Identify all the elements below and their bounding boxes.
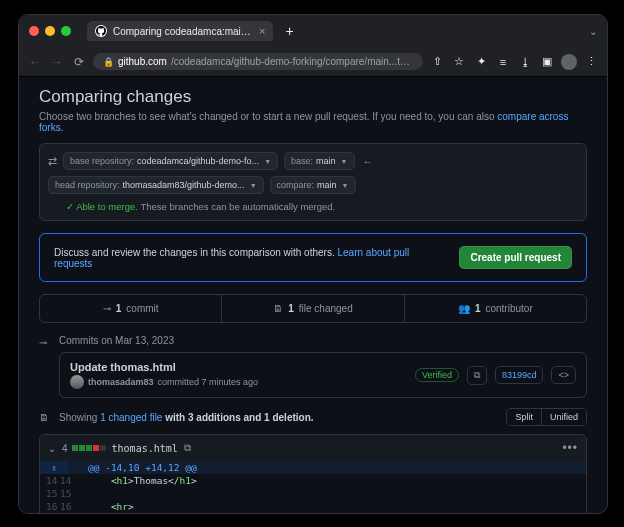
base-repo-select[interactable]: base repository: codeadamca/github-demo-… [63,152,278,170]
commit-sha-link[interactable]: 83199cd [495,366,544,384]
collapse-file-icon[interactable]: ⌄ [48,443,56,454]
window-menu-chevron[interactable]: ⌄ [589,26,597,37]
diff-table: ⇳@@ -14,10 +14,12 @@1414 <h1>Thomas</h1>… [40,461,586,513]
diff-file-header: ⌄ 4 thomas.html ⧉ ••• [40,435,586,461]
author-avatar[interactable] [70,375,84,389]
tab-close-icon[interactable]: × [259,25,265,37]
contributors-count[interactable]: 👥1contributor [404,295,586,322]
browser-toolbar: ← → ⟳ 🔒 github.com /codeadamca/github-de… [19,47,607,77]
page-subtitle: Choose two branches to see what's change… [39,111,587,133]
chevron-down-icon: ▼ [264,158,271,165]
commit-card: Update thomas.html thomasadam83 committe… [59,352,587,398]
chevron-down-icon: ▼ [342,182,349,189]
share-icon[interactable]: ⇧ [429,55,445,68]
people-icon: 👥 [458,303,470,314]
window-minimize[interactable] [45,26,55,36]
chevron-down-icon: ▼ [341,158,348,165]
url-path: /codeadamca/github-demo-forking/compare/… [171,56,413,67]
window-titlebar: Comparing codeadamca:main... × + ⌄ [19,15,607,47]
chevron-down-icon: ▼ [250,182,257,189]
merge-status: Able to merge. These branches can be aut… [66,201,578,212]
browser-tab[interactable]: Comparing codeadamca:main... × [87,21,273,41]
new-tab-button[interactable]: + [281,23,297,39]
diff-stat: 4 [62,443,106,454]
commits-count[interactable]: ⊸1commit [40,295,221,322]
file-menu-icon[interactable]: ••• [562,441,578,455]
split-view-button[interactable]: Split [507,409,541,425]
diff-line: 1515 [40,487,586,500]
star-icon[interactable]: ☆ [451,55,467,68]
compare-branch-select[interactable]: compare: main ▼ [270,176,356,194]
extensions-icon[interactable]: ✦ [473,55,489,68]
diff-file: ⌄ 4 thomas.html ⧉ ••• ⇳@@ -14,10 +14,12 … [39,434,587,513]
diff-line: 1414 <h1>Thomas</h1> [40,474,586,487]
commit-author[interactable]: thomasadam83 [88,377,154,387]
branch-compare-box: ⇄ base repository: codeadamca/github-dem… [39,143,587,221]
browse-code-button[interactable]: <> [551,366,576,384]
reading-list-icon[interactable]: ≡ [495,56,511,68]
file-icon: 🗎 [273,303,283,314]
address-bar[interactable]: 🔒 github.com /codeadamca/github-demo-for… [93,53,423,70]
diff-view-toggle: Split Unified [506,408,587,426]
compare-icon: ⇄ [48,155,57,168]
arrow-left-icon: ← [361,156,375,167]
window-close[interactable] [29,26,39,36]
commit-title[interactable]: Update thomas.html [70,361,407,373]
commit-date-heading: Commits on Mar 13, 2023 [59,335,587,346]
timeline-marker-icon: ⊸ [39,337,51,349]
menu-icon[interactable]: ⋮ [583,55,599,68]
expand-hunk-icon[interactable]: ⇳ [40,461,68,474]
nav-reload-icon[interactable]: ⟳ [71,55,87,69]
lock-icon: 🔒 [103,57,114,67]
nav-back-icon: ← [27,55,43,69]
check-icon: Able to merge. [66,201,138,212]
page-content: Comparing changes Choose two branches to… [19,77,607,513]
downloads-icon[interactable]: ⭳ [517,56,533,68]
panel-icon[interactable]: ▣ [539,55,555,68]
profile-avatar[interactable] [561,54,577,70]
unified-view-button[interactable]: Unified [541,409,586,425]
window-zoom[interactable] [61,26,71,36]
create-pr-banner: Discuss and review the changes in this c… [39,233,587,282]
head-repo-select[interactable]: head repository: thomasadam83/github-dem… [48,176,264,194]
copy-path-icon[interactable]: ⧉ [184,442,191,454]
url-domain: github.com [118,56,167,67]
verified-badge[interactable]: Verified [415,368,459,382]
page-title: Comparing changes [39,87,587,107]
base-branch-select[interactable]: base: main ▼ [284,152,354,170]
browser-tab-title: Comparing codeadamca:main... [113,26,253,37]
changed-files-link[interactable]: 1 changed file [100,412,162,423]
compare-counts: ⊸1commit 🗎1file changed 👥1contributor [39,294,587,323]
create-pull-request-button[interactable]: Create pull request [459,246,572,269]
nav-forward-icon: → [49,55,65,69]
diff-filename[interactable]: thomas.html [112,443,178,454]
hunk-header: @@ -14,10 +14,12 @@ [82,461,586,474]
github-favicon [95,25,107,37]
file-summary-bar: 🗎 Showing 1 changed file with 3 addition… [39,408,587,426]
copy-sha-button[interactable]: ⧉ [467,366,487,385]
files-count[interactable]: 🗎1file changed [221,295,403,322]
commit-time: committed 7 minutes ago [158,377,259,387]
file-diff-icon: 🗎 [39,412,49,423]
diff-line: 1616 <hr> [40,500,586,513]
commit-icon: ⊸ [103,303,111,314]
